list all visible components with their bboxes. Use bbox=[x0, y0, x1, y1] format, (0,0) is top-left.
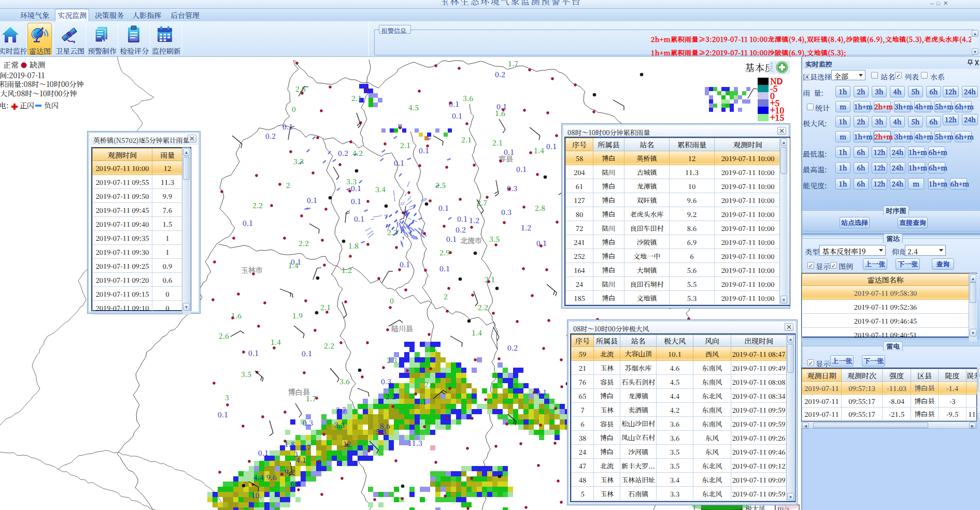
svg-text:2.1: 2.1 bbox=[320, 302, 331, 312]
svg-text:2.3: 2.3 bbox=[387, 355, 397, 365]
svg-text:6.9: 6.9 bbox=[291, 478, 301, 488]
svg-text:+15: +15 bbox=[770, 111, 784, 123]
svg-text:2.2: 2.2 bbox=[324, 340, 334, 351]
svg-text:缺测: 缺测 bbox=[30, 59, 45, 70]
svg-text:0.1: 0.1 bbox=[400, 259, 410, 269]
svg-text:1.7: 1.7 bbox=[306, 393, 316, 403]
svg-text:3.3: 3.3 bbox=[293, 156, 304, 166]
svg-text:0.1: 0.1 bbox=[546, 141, 557, 151]
svg-text:2.8: 2.8 bbox=[535, 202, 545, 213]
svg-text:0.3: 0.3 bbox=[381, 376, 391, 386]
svg-text:2.5: 2.5 bbox=[435, 180, 446, 190]
svg-text:5.3: 5.3 bbox=[376, 426, 386, 436]
svg-text:1.4: 1.4 bbox=[472, 327, 482, 338]
svg-text:1.9: 1.9 bbox=[292, 310, 303, 320]
svg-text:0.2: 0.2 bbox=[338, 148, 348, 158]
svg-text:9.6: 9.6 bbox=[266, 472, 277, 482]
svg-text:4.4: 4.4 bbox=[253, 472, 264, 482]
svg-text:1.2: 1.2 bbox=[521, 222, 531, 232]
svg-text:2.3: 2.3 bbox=[387, 227, 397, 237]
svg-text:2.1: 2.1 bbox=[492, 137, 503, 148]
svg-text:1.2: 1.2 bbox=[342, 265, 352, 275]
svg-text:1.8: 1.8 bbox=[285, 439, 295, 449]
svg-text:0.1: 0.1 bbox=[439, 263, 450, 273]
svg-text:2.1: 2.1 bbox=[485, 274, 495, 284]
svg-text:2.2: 2.2 bbox=[299, 238, 309, 248]
svg-text:3.5: 3.5 bbox=[241, 369, 251, 379]
svg-text:0.2: 0.2 bbox=[507, 342, 518, 353]
svg-text:0.1: 0.1 bbox=[452, 110, 462, 121]
svg-text:0.1: 0.1 bbox=[536, 387, 547, 397]
svg-text:0.1: 0.1 bbox=[243, 217, 253, 228]
svg-text:3.4: 3.4 bbox=[375, 184, 386, 194]
svg-text:0.1: 0.1 bbox=[248, 347, 259, 358]
svg-text:0.1: 0.1 bbox=[504, 147, 514, 157]
svg-text:2.2: 2.2 bbox=[386, 391, 396, 401]
svg-text:正常: 正常 bbox=[3, 59, 19, 70]
svg-text:2.9: 2.9 bbox=[439, 247, 450, 257]
svg-text:陆川县: 陆川县 bbox=[391, 323, 413, 333]
svg-text:0.1: 0.1 bbox=[282, 121, 293, 132]
svg-text:0.3: 0.3 bbox=[501, 207, 512, 217]
svg-text:4.5: 4.5 bbox=[408, 102, 419, 112]
svg-text:0.1: 0.1 bbox=[457, 213, 467, 224]
svg-text:4.7: 4.7 bbox=[301, 442, 311, 452]
svg-text:0.1: 0.1 bbox=[218, 409, 228, 419]
svg-text:1.4: 1.4 bbox=[271, 337, 281, 347]
svg-text:0.1: 0.1 bbox=[438, 202, 449, 213]
svg-text:北流市: 北流市 bbox=[460, 235, 482, 245]
svg-text:3.6: 3.6 bbox=[463, 93, 473, 103]
svg-text:4.1: 4.1 bbox=[296, 455, 306, 465]
svg-text:电:: 电: bbox=[0, 100, 9, 110]
svg-text:0: 0 bbox=[390, 295, 394, 305]
svg-text:玉林市: 玉林市 bbox=[240, 265, 263, 275]
svg-text:0.1: 0.1 bbox=[394, 157, 404, 168]
svg-text:0.1: 0.1 bbox=[302, 348, 312, 358]
svg-text:2.1: 2.1 bbox=[461, 134, 472, 144]
svg-text:2: 2 bbox=[286, 180, 290, 190]
svg-text:0.1: 0.1 bbox=[258, 447, 268, 458]
svg-text:0.1: 0.1 bbox=[516, 164, 527, 174]
svg-text:2.6: 2.6 bbox=[424, 379, 435, 389]
svg-text:0.3: 0.3 bbox=[507, 183, 517, 193]
svg-text:0.2: 0.2 bbox=[265, 130, 276, 141]
svg-text:4.2: 4.2 bbox=[352, 148, 363, 158]
svg-text:3: 3 bbox=[225, 392, 229, 402]
svg-text:0.1: 0.1 bbox=[351, 183, 361, 193]
svg-text:1.4: 1.4 bbox=[534, 145, 544, 155]
svg-text:1.2: 1.2 bbox=[469, 215, 479, 225]
svg-text:0.1: 0.1 bbox=[446, 234, 457, 244]
svg-text:0.1: 0.1 bbox=[354, 213, 364, 224]
svg-text:0.2: 0.2 bbox=[456, 224, 466, 235]
svg-text:大风:08时～10时00分钟: 大风:08时～10时00分钟 bbox=[0, 88, 77, 98]
svg-text:0.3: 0.3 bbox=[303, 417, 313, 428]
svg-text:1.4: 1.4 bbox=[288, 260, 299, 270]
svg-text:正闪: 正闪 bbox=[20, 100, 34, 110]
svg-text:0.1: 0.1 bbox=[351, 196, 361, 206]
svg-text:1.7: 1.7 bbox=[508, 58, 518, 68]
svg-text:积雨量:08时～10时00分钟: 积雨量:08时～10时00分钟 bbox=[0, 79, 83, 89]
svg-text:0: 0 bbox=[292, 104, 296, 114]
svg-text:0.1: 0.1 bbox=[307, 195, 317, 205]
svg-text:0.2: 0.2 bbox=[495, 69, 505, 79]
svg-text:11.3: 11.3 bbox=[408, 438, 422, 448]
svg-text:1.8: 1.8 bbox=[348, 240, 359, 251]
svg-text:负闪: 负闪 bbox=[44, 100, 59, 110]
svg-text:0.1: 0.1 bbox=[416, 396, 427, 406]
svg-text:3.3: 3.3 bbox=[334, 419, 345, 430]
svg-text:2.1: 2.1 bbox=[351, 93, 362, 103]
svg-text:10.: 10. bbox=[251, 490, 262, 500]
svg-text:3.7: 3.7 bbox=[336, 404, 346, 415]
svg-text:3.5: 3.5 bbox=[489, 234, 500, 244]
svg-text:3.6: 3.6 bbox=[339, 376, 350, 386]
svg-text:2.1: 2.1 bbox=[400, 140, 410, 150]
svg-text:2.2: 2.2 bbox=[252, 200, 263, 210]
svg-text:2.2: 2.2 bbox=[478, 302, 488, 312]
svg-text:2.6: 2.6 bbox=[219, 330, 229, 341]
svg-text:2: 2 bbox=[444, 291, 448, 301]
